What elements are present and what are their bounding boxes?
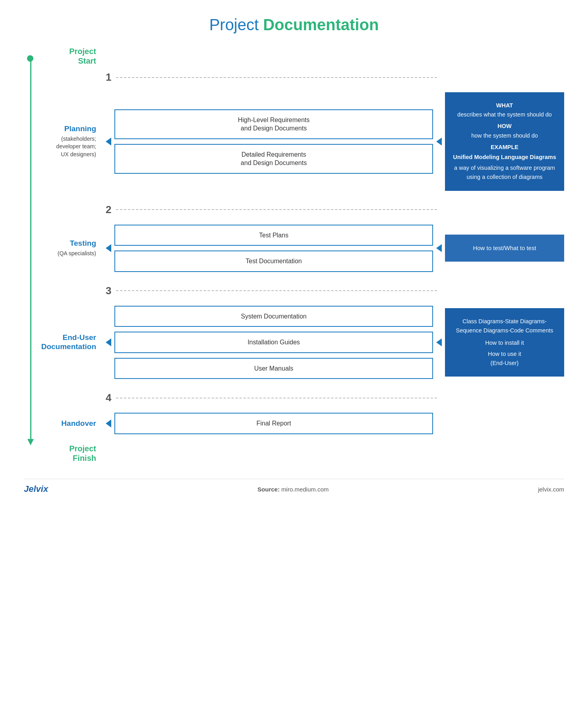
- phase1-example-label: EXAMPLE: [491, 144, 518, 150]
- phase1-content: Planning (stakeholders;developer team;UX…: [38, 85, 564, 200]
- step2-divider-row: 2: [38, 200, 564, 218]
- phase3-label: End-UserDocumentation: [38, 333, 96, 352]
- footer-url: jelvix.com: [538, 486, 564, 493]
- page-container: Project Documentation Project Start: [0, 0, 588, 703]
- phase1-example-desc: a way of visualizing a software program …: [451, 163, 558, 182]
- phase1-doc-boxes: High-Level Requirementsand Design Docume…: [114, 109, 433, 174]
- step1-number: 1: [106, 71, 111, 84]
- phase3-info-box: Class Diagrams-State Diagrams-Sequence D…: [445, 308, 564, 377]
- phase1-how-desc: how the system should do: [451, 131, 558, 140]
- phase2-label-cell: Testing (QA specialists): [38, 239, 102, 257]
- phase1-arrow-icon: [106, 138, 111, 146]
- step1-dash: [116, 77, 437, 78]
- phase3-info-install: How to install it: [451, 338, 558, 348]
- phase4-doc-boxes: Final Report: [114, 413, 433, 434]
- footer-source-value: miro.medium.com: [281, 486, 329, 493]
- phase3-arrow-cell: [102, 338, 114, 346]
- phase3-info-use: How to use it(End-User): [451, 350, 558, 368]
- project-finish-label-cell: Project Finish: [38, 444, 102, 463]
- doc-box-installation-guides: Installation Guides: [114, 332, 433, 353]
- step4-dash: [116, 398, 437, 398]
- phase2-sublabel: (QA specialists): [38, 250, 96, 258]
- phase2-label: Testing: [38, 239, 96, 248]
- project-start-row: Project Start: [38, 47, 564, 68]
- phase1-right-arrow-icon: [436, 138, 442, 146]
- phase4-content: Handover Final Report: [38, 406, 564, 444]
- phase4-label-cell: Handover: [38, 419, 102, 428]
- phase1-how-label: HOW: [497, 123, 511, 129]
- phase3-right-arrow-icon: [436, 338, 442, 346]
- doc-box-system-documentation: System Documentation: [114, 306, 433, 327]
- doc-box-high-level: High-Level Requirementsand Design Docume…: [114, 109, 433, 139]
- phase4-arrow-icon: [106, 419, 111, 427]
- doc-box-detailed: Detailed Requirementsand Design Document…: [114, 144, 433, 174]
- phase3-label-cell: End-UserDocumentation: [38, 333, 102, 352]
- title-prefix: Project: [209, 16, 263, 33]
- phase2-info-box: How to test/What to test: [445, 235, 564, 262]
- phase1-what-desc: describes what the system should do: [451, 110, 558, 119]
- phase2-arrow-icon: [106, 244, 111, 252]
- title-main: Documentation: [263, 16, 379, 33]
- phase4-label: Handover: [38, 419, 96, 428]
- phase1-what-label: WHAT: [496, 102, 513, 109]
- phase1-sublabel: (stakeholders;developer team;UX designer…: [38, 135, 96, 159]
- doc-box-final-report: Final Report: [114, 413, 433, 434]
- phase2-doc-boxes: Test Plans Test Documentation: [114, 225, 433, 272]
- phase3-content: End-UserDocumentation System Documentati…: [38, 299, 564, 389]
- phase1-info-box: WHAT describes what the system should do…: [445, 92, 564, 191]
- phase4-arrow-cell: [102, 419, 114, 427]
- footer-source: Source: miro.medium.com: [257, 486, 329, 493]
- phase3-arrow-icon: [106, 338, 111, 346]
- project-start-label: Project Start: [69, 47, 96, 65]
- timeline-column: [24, 47, 38, 463]
- main-content: Project Start 1 Planning (stakehol: [24, 47, 564, 463]
- step4-divider-mid: 4: [102, 392, 437, 404]
- phase1-right-arrow-cell: [433, 138, 445, 146]
- timeline-end-arrow: [27, 439, 34, 445]
- phase1-example-value: Unified Modeling Language Diagrams: [451, 153, 558, 162]
- project-finish-row: Project Finish: [38, 444, 564, 463]
- phase2-arrow-cell: [102, 244, 114, 252]
- phase2-content: Testing (QA specialists) Test Plans Test…: [38, 218, 564, 282]
- step4-number: 4: [106, 392, 111, 404]
- step3-dash: [116, 290, 437, 291]
- rows-container: Project Start 1 Planning (stakehol: [38, 47, 564, 463]
- phase1-label-cell: Planning (stakeholders;developer team;UX…: [38, 124, 102, 159]
- step2-number: 2: [106, 204, 111, 216]
- phase3-info-class: Class Diagrams-State Diagrams-Sequence D…: [451, 317, 558, 335]
- page-title-area: Project Documentation: [24, 16, 564, 34]
- step3-number: 3: [106, 285, 111, 297]
- phase2-info-panel: How to test/What to test: [445, 235, 564, 262]
- step4-divider-row: 4: [38, 388, 564, 406]
- step3-divider-mid: 3: [102, 285, 437, 297]
- timeline-start-dot: [27, 55, 33, 62]
- timeline-line: [30, 58, 31, 439]
- phase1-label: Planning: [38, 124, 96, 134]
- step1-divider-row: 1: [38, 68, 564, 85]
- step2-divider-mid: 2: [102, 204, 437, 216]
- phase3-right-arrow-cell: [433, 338, 445, 346]
- phase2-right-arrow-icon: [436, 244, 442, 252]
- footer: Jelvix Source: miro.medium.com jelvix.co…: [24, 479, 564, 494]
- phase1-arrow-cell: [102, 138, 114, 146]
- phase2-info-text: How to test/What to test: [451, 243, 558, 253]
- project-finish-label: Project Finish: [69, 444, 96, 462]
- doc-box-test-plans: Test Plans: [114, 225, 433, 246]
- step2-dash: [116, 209, 437, 210]
- step3-divider-row: 3: [38, 282, 564, 299]
- footer-brand: Jelvix: [24, 484, 48, 494]
- phase3-doc-boxes: System Documentation Installation Guides…: [114, 306, 433, 379]
- doc-box-user-manuals: User Manuals: [114, 358, 433, 379]
- phase2-right-arrow-cell: [433, 244, 445, 252]
- footer-source-label: Source:: [257, 486, 280, 493]
- phase1-info-panel: WHAT describes what the system should do…: [445, 92, 564, 191]
- phase3-info-panel: Class Diagrams-State Diagrams-Sequence D…: [445, 308, 564, 377]
- project-start-label-cell: Project Start: [38, 47, 102, 66]
- step1-divider-mid: 1: [102, 71, 437, 84]
- doc-box-test-documentation: Test Documentation: [114, 251, 433, 272]
